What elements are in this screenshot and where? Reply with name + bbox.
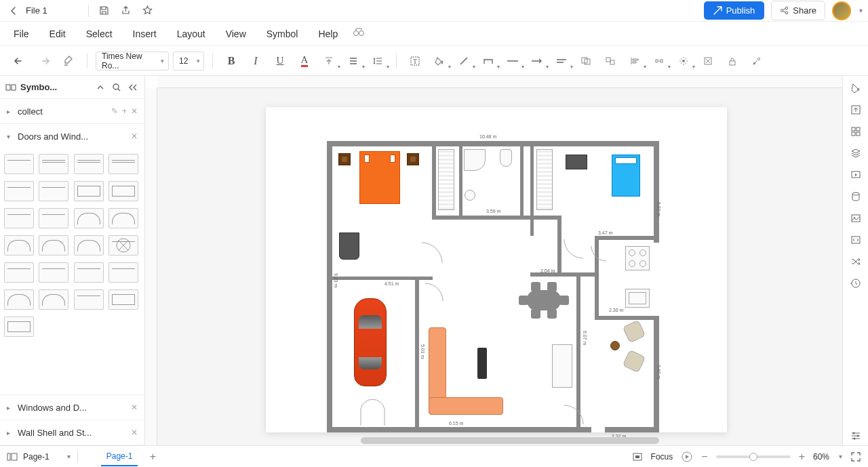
play-icon[interactable]: [681, 451, 693, 463]
sofa-horizontal[interactable]: [429, 397, 503, 415]
section-head-windows-d[interactable]: ▸ Windows and D... ✕: [0, 395, 144, 420]
present-panel-icon[interactable]: [846, 165, 865, 184]
line-color-button[interactable]: [454, 51, 474, 71]
line-spacing-button[interactable]: [368, 51, 388, 71]
publish-button[interactable]: Publish: [704, 1, 765, 20]
section-head-doors[interactable]: ▾ Doors and Wind... ✕: [0, 124, 144, 148]
arrow-style-button[interactable]: [527, 51, 547, 71]
shape-thumb[interactable]: [39, 262, 68, 283]
shape-thumb[interactable]: [4, 289, 34, 310]
shape-thumb[interactable]: [39, 208, 68, 228]
valign-button[interactable]: [319, 51, 339, 71]
bold-button[interactable]: B: [221, 51, 241, 71]
shape-thumb[interactable]: [108, 154, 138, 174]
stove[interactable]: [625, 246, 650, 270]
menu-select[interactable]: Select: [78, 24, 121, 43]
edit-icon[interactable]: ✎: [111, 106, 118, 116]
vertical-ruler[interactable]: [145, 88, 157, 445]
share-button[interactable]: Share: [771, 1, 825, 20]
shape-thumb[interactable]: [108, 208, 138, 228]
zoom-in-button[interactable]: +: [799, 451, 805, 463]
close-icon[interactable]: ✕: [131, 403, 138, 412]
menu-help[interactable]: Help: [310, 24, 346, 43]
text-tool-button[interactable]: T: [405, 51, 425, 71]
close-icon[interactable]: ✕: [131, 131, 138, 141]
effects-button[interactable]: [673, 51, 694, 71]
shape-thumb[interactable]: [74, 181, 104, 201]
focus-label[interactable]: Focus: [651, 452, 673, 462]
dining-table[interactable]: [520, 283, 568, 317]
canvas[interactable]: 10.48 m 3.59 m 3.47 m 2.04 m 4.51 m 9.23…: [157, 88, 842, 445]
bed-second[interactable]: [612, 155, 640, 197]
fridge[interactable]: [552, 344, 572, 388]
group-button[interactable]: [576, 51, 596, 71]
embed-panel-icon[interactable]: [846, 230, 865, 249]
desk-bedroom1[interactable]: [339, 232, 359, 260]
collapse-icon[interactable]: [127, 81, 139, 94]
page-tab[interactable]: Page-1: [101, 447, 138, 466]
horizontal-ruler[interactable]: [157, 76, 842, 88]
redo-button[interactable]: [34, 51, 54, 71]
binoculars-icon[interactable]: [353, 27, 366, 41]
shower[interactable]: [464, 149, 486, 171]
shape-thumb[interactable]: [74, 235, 104, 256]
chevron-up-icon[interactable]: [94, 81, 106, 94]
avatar[interactable]: [832, 1, 851, 20]
lock-button[interactable]: [722, 51, 743, 71]
desk-bedroom2[interactable]: [566, 155, 587, 169]
tv-stand[interactable]: [477, 348, 487, 379]
ungroup-button[interactable]: [600, 51, 620, 71]
history-panel-icon[interactable]: [846, 274, 865, 293]
halign-button[interactable]: [343, 51, 363, 71]
fill-button[interactable]: [429, 51, 450, 71]
font-family-select[interactable]: Times New Ro...: [96, 52, 169, 70]
line-end-button[interactable]: [551, 51, 572, 71]
add-icon[interactable]: +: [122, 106, 127, 116]
shape-thumb[interactable]: [4, 181, 34, 201]
toilet[interactable]: [500, 149, 512, 167]
close-icon[interactable]: ✕: [131, 428, 138, 437]
shape-thumb[interactable]: [4, 154, 34, 174]
layers-panel-icon[interactable]: [846, 144, 865, 163]
fullscreen-icon[interactable]: [850, 451, 861, 462]
line-style-button[interactable]: [502, 51, 523, 71]
shape-thumb[interactable]: [108, 289, 138, 310]
menu-layout[interactable]: Layout: [169, 24, 214, 43]
kitchen-sink[interactable]: [625, 289, 650, 308]
page-surface[interactable]: 10.48 m 3.59 m 3.47 m 2.04 m 4.51 m 9.23…: [266, 107, 727, 432]
shape-thumb[interactable]: [74, 208, 104, 228]
shape-thumb[interactable]: [39, 154, 68, 174]
shape-thumb[interactable]: [74, 154, 104, 174]
nightstand-right[interactable]: [407, 153, 419, 165]
menu-symbol[interactable]: Symbol: [258, 24, 307, 43]
zoom-slider[interactable]: [716, 455, 791, 458]
shape-thumb[interactable]: [39, 181, 68, 201]
shape-thumb[interactable]: [108, 235, 138, 256]
menu-view[interactable]: View: [218, 24, 254, 43]
page-select-label[interactable]: Page-1: [23, 452, 50, 462]
shape-thumb[interactable]: [39, 289, 68, 310]
section-head-wall-shell[interactable]: ▸ Wall Shell and St... ✕: [0, 420, 144, 445]
menu-edit[interactable]: Edit: [41, 24, 74, 43]
armchair-2[interactable]: [623, 350, 646, 373]
underline-button[interactable]: U: [270, 51, 290, 71]
tools-button[interactable]: [747, 51, 767, 71]
align-left-button[interactable]: [625, 51, 645, 71]
closet-2[interactable]: [536, 149, 553, 210]
shape-thumb[interactable]: [74, 289, 104, 310]
data-panel-icon[interactable]: [846, 187, 865, 206]
back-button[interactable]: [5, 3, 22, 19]
distribute-button[interactable]: [649, 51, 669, 71]
export-panel-icon[interactable]: [846, 100, 865, 119]
nightstand-left[interactable]: [338, 153, 351, 165]
font-color-button[interactable]: A: [294, 51, 315, 71]
checkbox-button[interactable]: [698, 51, 718, 71]
shape-thumb[interactable]: [108, 181, 138, 201]
search-icon[interactable]: [111, 81, 123, 94]
star-icon[interactable]: [142, 5, 154, 17]
section-head-collect[interactable]: ▸ collect ✎ + ✕: [0, 99, 144, 123]
undo-button[interactable]: [9, 51, 30, 71]
shape-thumb[interactable]: [4, 235, 34, 256]
zoom-caret-icon[interactable]: ▾: [839, 453, 842, 460]
avatar-caret-icon[interactable]: ▾: [859, 7, 863, 14]
